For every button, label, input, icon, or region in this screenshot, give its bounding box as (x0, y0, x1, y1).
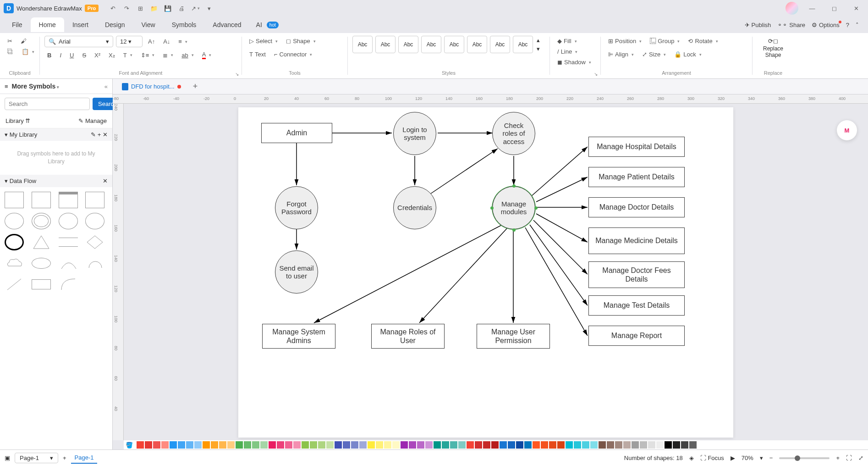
color-swatch[interactable] (219, 441, 226, 449)
presentation-button[interactable]: ▶ (731, 455, 735, 461)
library-drop-zone[interactable]: Drag symbols here to add to My Library (0, 141, 112, 175)
color-swatch[interactable] (145, 441, 152, 449)
menu-advanced[interactable]: Advanced (204, 17, 249, 32)
color-swatch[interactable] (689, 441, 697, 449)
shadow-button[interactable]: ◼ Shadow (555, 57, 596, 67)
selection-handle[interactable] (512, 184, 516, 188)
node-manage-test[interactable]: Manage Test Details (588, 295, 685, 316)
color-swatch[interactable] (698, 441, 705, 449)
new-button[interactable]: ⊞ (134, 2, 146, 14)
node-send-email[interactable]: Send email to user (275, 250, 318, 294)
collapse-ribbon-button[interactable]: ˄ (856, 22, 859, 28)
node-login[interactable]: Login to system (393, 112, 436, 155)
selection-handle[interactable] (512, 228, 516, 232)
document-tab[interactable]: DFD for hospit... (117, 81, 186, 92)
page-tab[interactable]: Page-1 (71, 452, 98, 464)
shape-rect-small[interactable] (32, 279, 51, 289)
shape-triangle[interactable] (32, 234, 51, 250)
node-forgot-password[interactable]: Forgot Password (275, 186, 318, 229)
align-button[interactable]: ≡ (176, 36, 190, 47)
add-page-button[interactable]: + (63, 455, 66, 461)
fullscreen-button[interactable]: ⤢ (858, 455, 863, 461)
zoom-in-button[interactable]: + (836, 455, 840, 461)
ai-float-button[interactable]: M (837, 120, 857, 140)
maximize-button[interactable]: ◻ (826, 2, 842, 15)
format-painter-button[interactable]: 🖌 (18, 36, 29, 46)
color-swatch[interactable] (277, 441, 284, 449)
color-swatch[interactable] (335, 441, 342, 449)
options-link[interactable]: ⚙Options (812, 22, 840, 28)
group-button[interactable]: ⿺ Group (647, 36, 682, 46)
collapse-panel-button[interactable]: « (104, 83, 108, 90)
open-button[interactable]: 📁 (148, 2, 160, 14)
node-manage-roles[interactable]: Manage Roles of User (371, 324, 445, 349)
color-swatch[interactable] (632, 441, 639, 449)
color-swatch[interactable] (417, 441, 424, 449)
color-swatch[interactable] (582, 441, 589, 449)
color-swatch[interactable] (656, 441, 664, 449)
publish-link[interactable]: ✈Publish (745, 22, 771, 28)
node-manage-report[interactable]: Manage Report (588, 326, 685, 346)
save-button[interactable]: 💾 (162, 2, 174, 14)
color-swatch[interactable] (137, 441, 144, 449)
color-swatch[interactable] (153, 441, 160, 449)
layers-icon[interactable]: ◈ (689, 455, 694, 461)
color-swatch[interactable] (368, 441, 375, 449)
color-swatch[interactable] (574, 441, 581, 449)
my-library-section[interactable]: ▾ My Library ✎ + ✕ (0, 128, 112, 141)
add-tab-button[interactable]: + (189, 82, 202, 91)
hamburger-icon[interactable]: ≡ (5, 83, 8, 90)
node-credentials[interactable]: Credentials (393, 186, 436, 229)
shape-line[interactable] (5, 276, 24, 293)
symbol-search-input[interactable] (5, 98, 90, 110)
underline-button[interactable]: U (67, 50, 77, 61)
color-swatch[interactable] (392, 441, 400, 449)
fill-button[interactable]: ◆ Fill (555, 36, 596, 46)
node-manage-modules[interactable]: Manage modules (492, 186, 535, 229)
node-manage-doctor[interactable]: Manage Doctor Details (588, 197, 685, 217)
bold-button[interactable]: B (44, 50, 54, 61)
color-swatch[interactable] (500, 441, 507, 449)
color-swatch[interactable] (673, 441, 680, 449)
line-spacing-button[interactable]: ⇕≡ (138, 50, 158, 61)
menu-symbols[interactable]: Symbols (164, 17, 205, 32)
lock-button[interactable]: 🔒 Lock (671, 49, 704, 60)
font-size-combo[interactable]: 12 ▾ (116, 36, 143, 47)
color-swatch[interactable] (178, 441, 185, 449)
color-swatch[interactable] (475, 441, 482, 449)
color-swatch[interactable] (203, 441, 210, 449)
color-swatch[interactable] (236, 441, 243, 449)
line-button[interactable]: / Line (555, 46, 596, 57)
color-swatch[interactable] (269, 441, 276, 449)
color-swatch[interactable] (425, 441, 433, 449)
select-tool[interactable]: ▷ Select (247, 36, 280, 46)
color-swatch[interactable] (557, 441, 565, 449)
color-swatch[interactable] (615, 441, 622, 449)
increase-font-button[interactable]: A↑ (145, 36, 158, 47)
selection-handle[interactable] (534, 206, 538, 210)
node-manage-medicine[interactable]: Manage Medicine Details (588, 227, 685, 254)
menu-insert[interactable]: Insert (64, 17, 97, 32)
shape-double-circle[interactable] (32, 213, 51, 229)
rotate-button[interactable]: ⟲ Rotate (685, 36, 720, 46)
color-swatch[interactable] (359, 441, 367, 449)
library-link[interactable]: Library ⇈ (5, 117, 30, 124)
color-swatch[interactable] (293, 441, 301, 449)
shape-rect[interactable] (5, 192, 24, 208)
redo-button[interactable]: ↷ (121, 2, 132, 14)
color-swatch[interactable] (549, 441, 556, 449)
shape-diamond[interactable] (85, 234, 104, 250)
manage-link[interactable]: ✎ Manage (78, 117, 107, 124)
shape-rect[interactable] (85, 192, 104, 208)
more-symbols-dropdown[interactable]: More Symbols (12, 83, 60, 90)
color-swatch[interactable] (467, 441, 474, 449)
menu-view[interactable]: View (133, 17, 164, 32)
edit-lib-icon[interactable]: ✎ (91, 131, 96, 138)
node-manage-patient[interactable]: Manage Patient Details (588, 167, 685, 187)
style-swatch[interactable]: Abc (421, 36, 441, 53)
font-launcher[interactable]: ↘ (235, 72, 239, 77)
color-swatch[interactable] (508, 441, 515, 449)
shape-bold-circle[interactable] (5, 234, 24, 250)
size-button[interactable]: ⤢ Size (639, 49, 669, 60)
color-swatch[interactable] (665, 441, 672, 449)
